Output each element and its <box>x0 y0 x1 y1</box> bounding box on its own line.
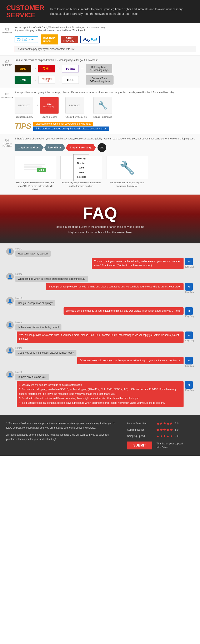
return-card-3: 🔧 We receive the items, will repair or e… <box>106 156 148 188</box>
buyer5-question: Could you send me the item pictures with… <box>15 350 77 356</box>
seller1-avatar: KD <box>185 258 193 265</box>
delivery-box-2: Delivery Time: 7-15 working days <box>86 75 113 84</box>
alipay-text: ALIPAY <box>28 38 36 41</box>
rating-value-3: 5.0 <box>175 434 179 438</box>
return-card-1: GIFT Get out(the seller)return address, … <box>14 156 56 191</box>
service-text: SERVICE <box>6 11 35 19</box>
rating-value-1: 5.0 <box>175 422 179 425</box>
faq-title: FAQ <box>6 205 194 222</box>
alipay-logo: 支付宝 ALIPAY <box>14 36 38 43</box>
rating-row-2: Communication: ★★★★★ 5.0 <box>127 428 194 432</box>
card2-label: Pls use regular postal service andsend u… <box>60 181 102 188</box>
paypal-logo: PayPal <box>80 36 100 44</box>
buyer2-label: buyer 2 <box>15 273 88 275</box>
chat-item-2: 👤 buyer 2 What can I do when purchase pr… <box>6 273 194 293</box>
chat-item-3: 👤 buyer 3 Can you Accept drop shipping? … <box>6 297 194 318</box>
rating-value-2: 5.0 <box>175 428 179 431</box>
tips-line1: Disassemble machine not covered under wa… <box>33 122 93 126</box>
customer-text: CUSTOMER <box>6 4 44 12</box>
return-desc: If there's any problem when you receive … <box>14 137 196 140</box>
rating-stars-3: ★★★★★ <box>156 434 173 438</box>
warranty-label: WARRANTY <box>0 96 14 99</box>
chat-item-5: 👤 buyer 5 Could you send me the item pic… <box>6 347 194 367</box>
buyer5-avatar: 👤 <box>6 347 14 354</box>
faq-subtitle: Here is a list of the buyers in the shop… <box>6 224 194 235</box>
warranty-step-4: 🔧 Repair / Exchange <box>93 97 112 118</box>
shipping-section: 02 SHIPPING Product order will be shippe… <box>0 56 200 88</box>
feedback-right: Item as Described: ★★★★★ 5.0 Communicati… <box>127 421 194 450</box>
buyer1-avatar: 👤 <box>6 248 14 255</box>
warr-arrow-1: → <box>34 102 39 108</box>
return-label: RETURN POLICIES <box>0 142 14 147</box>
payment-section-num: 01 <box>0 27 14 32</box>
bank-transfer-logo: BANKTRANSFER <box>61 36 78 43</box>
fedex-logo: FedEx <box>62 65 79 72</box>
shipping-desc: Product order will be shipped within 1-2… <box>14 59 196 62</box>
payment-section-label: PAYMENT <box>0 32 14 34</box>
buyer6-question: Is there any customs tax? <box>15 374 49 380</box>
buyer4-question: Is there any discount for bulky order? <box>15 324 61 330</box>
warranty-step-2: MP4 Disquality.mp4 Leave a record <box>40 97 59 118</box>
ems-logo: EMS <box>14 76 31 84</box>
buyer3-label: buyer 3 <box>15 297 55 299</box>
header-section: CUSTOMER SERVICE Here to remind buyers, … <box>0 0 200 23</box>
return-step-end: END <box>98 143 106 152</box>
bank-transfer-text: BANKTRANSFER <box>63 37 76 42</box>
seller6-avatar: KD <box>185 381 193 389</box>
seller6-label: KingDiag <box>185 389 194 392</box>
seller5-label: KingDiag <box>185 365 194 367</box>
buyer2-question: What can I do when purchase protection t… <box>15 276 88 282</box>
buyer2-answer: If your purchase protection time is runn… <box>46 283 184 290</box>
tools-icon: 🔧 <box>119 160 135 175</box>
arrow-6: → <box>80 78 84 82</box>
ups-logo: UPS <box>14 65 31 72</box>
buyer4-avatar: 👤 <box>6 321 14 329</box>
rating-label-1: Item as Described: <box>127 422 154 425</box>
buyer5-answer: Of course, We could send you the item pi… <box>77 357 184 364</box>
submit-button[interactable]: SUBMIT <box>127 442 152 450</box>
warranty-step-1: PRODUCT Product Disquality <box>14 97 33 118</box>
warranty-step-3: PRODUCT Check the video / pic <box>65 97 87 118</box>
buyer1-answer: You can track your parcel on the followi… <box>92 258 184 269</box>
header-title: CUSTOMER SERVICE <box>6 4 44 19</box>
buyer1-question: How can I track my parcel? <box>15 250 51 257</box>
step4-caption: Repair / Exchange <box>93 116 112 118</box>
buyer6-answer: 1. Usually we will declare low value to … <box>17 381 184 407</box>
step2-caption: Leave a record <box>42 116 57 118</box>
step3-caption: Check the video / pic <box>65 116 87 118</box>
rating-stars-2: ★★★★★ <box>156 428 173 432</box>
delivery-box-1: Delivery Time: 3-5 working days <box>86 64 112 73</box>
warranty-section: 03 WARRANTY If any problem when you got … <box>0 88 200 134</box>
faq-section: FAQ Here is a list of the buyers in the … <box>0 194 200 244</box>
arrow-1: → <box>33 66 37 71</box>
faq-sub1: Here is a list of the buyers in the shop… <box>6 224 194 230</box>
seller4-avatar: KD <box>185 332 193 339</box>
paypal-note: If you want to pay by Paypal,pleaseconta… <box>14 46 196 52</box>
warranty-desc: If any problem when you got the package,… <box>14 91 196 94</box>
payment-section: 01 PAYMENT We accept Alipay,Credit Card,… <box>0 23 200 56</box>
shipping-label: SHIPPING <box>0 64 14 66</box>
dhl-logo: DHL <box>38 65 55 72</box>
return-card-2: Tracking Number send to us the seller Pl… <box>60 156 102 188</box>
tracking-seller-label: the seller <box>77 174 86 179</box>
step1-caption: Product Disquality <box>15 116 33 118</box>
feedback-para1: 1.Since your feedback is very important … <box>6 421 121 430</box>
western-union-text: WESTERNUNION <box>43 36 56 43</box>
feedback-section: 1.Since your feedback is very important … <box>0 415 200 456</box>
arrow-4: → <box>33 78 37 82</box>
seller5-avatar: KD <box>185 357 193 364</box>
buyer6-label: buyer 6 <box>15 371 49 373</box>
warr-arrow-3: → <box>88 102 92 108</box>
buyer4-label: buyer 4 <box>15 321 61 324</box>
header-description: Here to remind buyers, in order to prote… <box>50 7 194 16</box>
shipping-num: 02 <box>0 60 14 64</box>
toll-logo: TOLL <box>62 76 79 84</box>
return-num: 04 <box>0 138 14 142</box>
hkpost-logo: HongKongPost <box>38 76 55 84</box>
seller4-label: KingDiag <box>185 340 194 342</box>
seller3-avatar: KD <box>185 307 193 315</box>
card1-label: Get out(the seller)return address, and w… <box>14 181 56 191</box>
return-step-1: 1. get our address <box>14 144 44 151</box>
warr-arrow-2: → <box>60 102 64 108</box>
arrow-5: → <box>57 78 60 82</box>
